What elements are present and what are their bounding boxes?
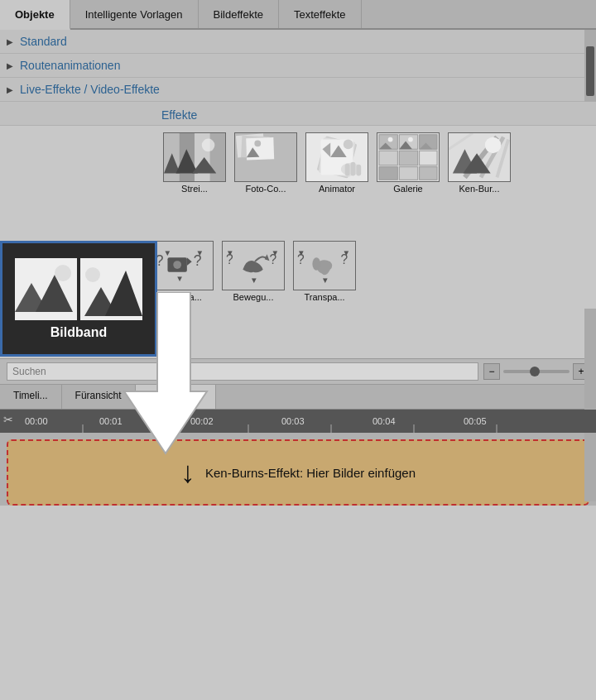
svg-rect-30 <box>379 151 397 165</box>
effect-thumb-transparenz: ? ? ▼ ▼ ▼ <box>293 241 356 290</box>
svg-rect-33 <box>379 167 397 180</box>
drop-zone-text: Ken-Burns-Effekt: Hier Bilder einfügen <box>205 466 416 480</box>
svg-rect-25 <box>356 165 361 176</box>
tab-bildeffekte[interactable]: Bildeffekte <box>199 0 279 28</box>
top-tab-bar: Objekte Intelligente Vorlagen Bildeffekt… <box>0 0 596 30</box>
svg-text:▼: ▼ <box>226 248 234 257</box>
svg-text:▼: ▼ <box>342 248 350 257</box>
svg-text:▼: ▼ <box>164 248 172 257</box>
svg-text:▼: ▼ <box>271 248 279 257</box>
effect-kamera[interactable]: ? ? ▼ ▼ ▼ Kamera... <box>149 241 215 302</box>
svg-point-47 <box>485 137 501 153</box>
search-input[interactable] <box>7 362 478 381</box>
bildband-box[interactable]: Bildband <box>0 241 157 357</box>
svg-rect-23 <box>345 164 350 176</box>
svg-rect-35 <box>420 167 437 180</box>
svg-point-40 <box>408 137 413 142</box>
row1-effects: Strei... Foto-Co... <box>0 126 596 237</box>
tab-timeline[interactable]: Timeli... <box>0 385 62 409</box>
effect-transparenz[interactable]: ? ? ▼ ▼ ▼ Transpa... <box>291 241 358 302</box>
effect-animator[interactable]: Animator <box>304 132 370 194</box>
bildband-images <box>15 258 142 320</box>
category-routenanimationen[interactable]: ▶ Routenanimationen <box>0 54 596 78</box>
timeline-ruler: ✂ 00:00 00:01 00:02 00:03 00:04 00:05 <box>0 410 596 433</box>
zoom-out-button[interactable]: − <box>483 363 500 380</box>
search-controls: − + <box>483 363 589 380</box>
svg-text:▼: ▼ <box>321 276 329 285</box>
tab-intelligente-vorlagen[interactable]: Intelligente Vorlagen <box>70 0 199 28</box>
arrow-icon-2: ▶ <box>7 61 13 70</box>
effect-thumb-ken-burns <box>448 132 511 182</box>
svg-point-39 <box>388 137 393 142</box>
svg-point-21 <box>344 140 353 150</box>
search-bar: − + <box>0 358 596 385</box>
effect-thumb-streifen <box>163 132 226 182</box>
main-panel: ▶ Standard ▶ Routenanimationen ▶ Live-Ef… <box>0 30 596 506</box>
effect-thumb-animator <box>305 132 368 182</box>
timeline-section: Timeli... Füransicht Storyboard ✂ 00:00 … <box>0 385 596 506</box>
effect-thumb-foto-collage <box>234 132 297 182</box>
category-live-effekte[interactable]: ▶ Live-Effekte / Video-Effekte <box>0 78 596 102</box>
svg-rect-31 <box>399 151 417 165</box>
effect-thumb-bewegung: ? ? ▼ ▼ ▼ <box>222 241 285 290</box>
effect-streifen[interactable]: Strei... <box>161 132 228 194</box>
svg-text:▼: ▼ <box>196 248 204 257</box>
effect-foto-collage[interactable]: Foto-Co... <box>233 132 299 194</box>
bildband-img-right <box>80 258 142 320</box>
tab-storyboard[interactable]: Storyboard <box>136 385 216 409</box>
effect-bewegung[interactable]: ? ? ▼ ▼ ▼ Bewegu... <box>220 241 286 302</box>
arrow-icon-3: ▶ <box>7 85 13 94</box>
svg-point-66 <box>173 261 181 269</box>
svg-point-8 <box>202 139 215 152</box>
bildband-label: Bildband <box>50 325 107 340</box>
tab-objekte[interactable]: Objekte <box>0 0 70 30</box>
scroll-thumb[interactable] <box>586 46 594 96</box>
category-standard[interactable]: ▶ Standard <box>0 30 596 54</box>
svg-text:▼: ▼ <box>297 248 305 257</box>
drop-zone[interactable]: ↓ Ken-Burns-Effekt: Hier Bilder einfügen <box>7 439 589 506</box>
drop-arrow-icon: ↓ <box>180 455 195 490</box>
bildband-img-left <box>15 258 77 320</box>
effect-galerie[interactable]: Galerie <box>375 132 441 194</box>
effects-section: Effekte <box>0 102 596 358</box>
svg-rect-32 <box>420 151 437 165</box>
svg-text:▼: ▼ <box>175 274 184 283</box>
effect-thumb-kamera: ? ? ▼ ▼ ▼ <box>151 241 214 290</box>
effect-ken-burns[interactable]: Ken-Bur... <box>446 132 512 194</box>
slider-thumb <box>530 367 540 376</box>
tab-texteffekte[interactable]: Texteffekte <box>279 0 362 28</box>
arrow-icon: ▶ <box>7 37 13 46</box>
effect-thumb-galerie <box>377 132 440 182</box>
svg-rect-24 <box>351 162 356 176</box>
timeline-tab-bar: Timeli... Füransicht Storyboard <box>0 385 596 410</box>
svg-point-81 <box>312 257 320 271</box>
svg-text:▼: ▼ <box>250 276 258 285</box>
slider-track <box>503 370 570 373</box>
tab-furansicht[interactable]: Füransicht <box>62 385 136 409</box>
size-slider[interactable] <box>503 370 570 373</box>
svg-point-89 <box>55 265 71 281</box>
svg-rect-34 <box>399 167 417 180</box>
svg-point-93 <box>85 267 100 282</box>
effects-header: Effekte <box>0 102 596 126</box>
